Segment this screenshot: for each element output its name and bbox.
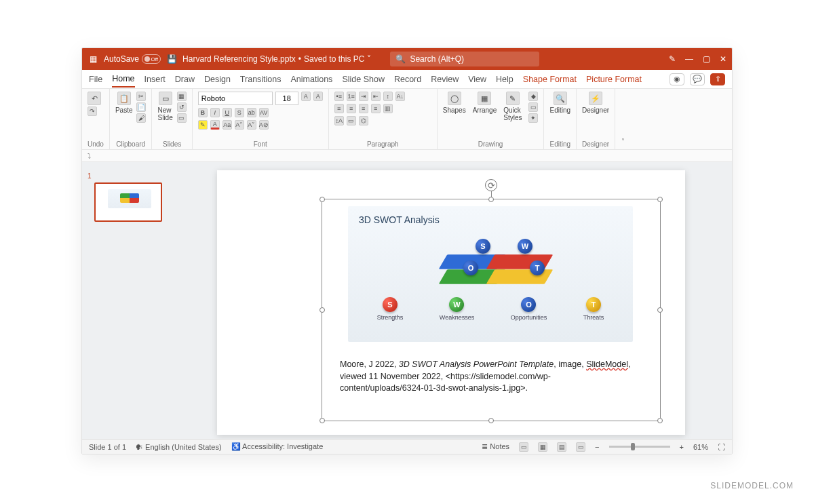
tab-home[interactable]: Home (112, 71, 134, 88)
ribbon-collapse-icon[interactable]: ˅ (615, 89, 630, 149)
zoom-level[interactable]: 61% (693, 443, 708, 451)
font-name-input[interactable] (198, 92, 273, 105)
italic-button[interactable]: I (210, 108, 220, 117)
copy-icon[interactable]: 📄 (136, 102, 146, 112)
undo-icon[interactable]: ↶ (88, 92, 101, 105)
line-spacing-icon[interactable]: ↕ (383, 92, 393, 101)
change-case-icon[interactable]: Aa (222, 120, 232, 130)
columns-icon[interactable]: ▥ (383, 104, 393, 113)
shapes-button[interactable]: ◯Shapes (443, 92, 466, 114)
grow-font-icon[interactable]: A (301, 92, 311, 101)
slideshow-view-icon[interactable]: ▭ (576, 442, 585, 452)
tab-insert[interactable]: Insert (144, 72, 166, 87)
resize-handle[interactable] (488, 418, 494, 423)
shape-fill-icon[interactable]: ◆ (528, 92, 538, 101)
shape-effects-icon[interactable]: ✦ (528, 113, 538, 123)
normal-view-icon[interactable]: ▭ (519, 442, 528, 452)
maximize-button[interactable]: ▢ (703, 54, 710, 64)
comments-icon[interactable]: 💬 (690, 73, 705, 85)
resize-handle[interactable] (319, 197, 325, 202)
camera-icon[interactable]: ◉ (670, 73, 684, 85)
resize-handle[interactable] (657, 307, 663, 313)
tab-transitions[interactable]: Transitions (240, 72, 282, 87)
spacing-button[interactable]: AV (259, 108, 269, 117)
editing-button[interactable]: 🔍Editing (549, 92, 570, 114)
shape-outline-icon[interactable]: ▭ (528, 102, 538, 112)
fit-to-window-icon[interactable]: ⛶ (718, 443, 725, 451)
close-button[interactable]: ✕ (720, 54, 726, 64)
section-icon[interactable]: ▭ (177, 113, 187, 123)
search-input[interactable]: 🔍 Search (Alt+Q) (390, 52, 539, 66)
autosave-toggle[interactable]: AutoSave Off (104, 54, 161, 64)
arrange-button[interactable]: ▦Arrange (473, 92, 497, 114)
tab-file[interactable]: File (89, 72, 102, 87)
resize-handle[interactable] (319, 307, 325, 313)
font-color-icon[interactable]: A (210, 120, 220, 130)
new-slide-button[interactable]: ▭New Slide (157, 92, 172, 121)
strike-button[interactable]: S (235, 108, 244, 117)
save-icon[interactable]: 💾 (166, 54, 177, 64)
paste-button[interactable]: 📋Paste (115, 92, 133, 114)
zoom-out-button[interactable]: − (595, 443, 599, 451)
grow-icon[interactable]: A˄ (235, 120, 244, 130)
share-button[interactable]: ⇧ (710, 73, 725, 85)
indent-icon[interactable]: ⇥ (359, 92, 368, 101)
ribbon-mode-icon[interactable]: ✎ (669, 54, 676, 64)
slide-thumbnail-1[interactable] (94, 182, 162, 222)
qat-overflow-icon[interactable]: ⤵ (88, 152, 91, 159)
minimize-button[interactable]: — (685, 54, 693, 64)
sort-icon[interactable]: A↓ (395, 92, 405, 101)
resize-handle[interactable] (657, 418, 663, 423)
reading-view-icon[interactable]: ▤ (557, 442, 566, 452)
tab-shape-format[interactable]: Shape Format (523, 72, 577, 87)
quick-styles-button[interactable]: ✎Quick Styles (503, 92, 522, 121)
rotate-handle[interactable]: ⟳ (485, 179, 497, 191)
numbering-icon[interactable]: 1≡ (347, 92, 356, 101)
align-text-icon[interactable]: ▭ (347, 116, 356, 125)
tab-slideshow[interactable]: Slide Show (342, 72, 385, 87)
format-painter-icon[interactable]: 🖌 (136, 113, 146, 123)
tab-animations[interactable]: Animations (291, 72, 333, 87)
smartart-icon[interactable]: ⌬ (359, 116, 368, 125)
resize-handle[interactable] (488, 197, 494, 202)
font-size-input[interactable] (275, 92, 298, 105)
inserted-picture[interactable]: 3D SWOT Analysis S W O T SStrengths WWea… (348, 206, 633, 342)
citation-text[interactable]: Moore, J 2022, 3D SWOT Analysis PowerPoi… (340, 359, 633, 395)
align-center-icon[interactable]: ≡ (347, 104, 356, 113)
tab-view[interactable]: View (468, 72, 486, 87)
zoom-in-button[interactable]: + (680, 443, 684, 451)
layout-icon[interactable]: ▦ (177, 92, 187, 101)
clear-format-icon[interactable]: A⊘ (259, 120, 269, 130)
tab-design[interactable]: Design (204, 72, 231, 87)
zoom-slider[interactable] (609, 446, 670, 448)
selection-box[interactable]: ⟳ 3D SWOT Analysis S W (322, 199, 661, 421)
underline-button[interactable]: U (222, 108, 232, 117)
bold-button[interactable]: B (198, 108, 208, 117)
designer-button[interactable]: ⚡Designer (582, 92, 609, 114)
chevron-down-icon[interactable]: ˅ (367, 54, 371, 64)
toggle-switch[interactable]: Off (142, 54, 161, 64)
tab-picture-format[interactable]: Picture Format (586, 72, 642, 87)
sorter-view-icon[interactable]: ▦ (538, 442, 547, 452)
shrink-font-icon[interactable]: A (313, 92, 323, 101)
resize-handle[interactable] (319, 418, 325, 423)
align-right-icon[interactable]: ≡ (359, 104, 368, 113)
reset-icon[interactable]: ↺ (177, 102, 187, 112)
justify-icon[interactable]: ≡ (371, 104, 381, 113)
outdent-icon[interactable]: ⇤ (371, 92, 381, 101)
tab-help[interactable]: Help (496, 72, 513, 87)
text-direction-icon[interactable]: ↕A (334, 116, 344, 125)
redo-icon[interactable]: ↷ (88, 106, 97, 116)
align-left-icon[interactable]: ≡ (334, 104, 344, 113)
tab-draw[interactable]: Draw (175, 72, 195, 87)
language-button[interactable]: 🗣 English (United States) (136, 443, 222, 451)
resize-handle[interactable] (657, 197, 663, 202)
slide-canvas[interactable]: ⟳ 3D SWOT Analysis S W (170, 162, 732, 439)
bullets-icon[interactable]: •≡ (334, 92, 344, 101)
tab-review[interactable]: Review (431, 72, 459, 87)
tab-record[interactable]: Record (394, 72, 421, 87)
accessibility-button[interactable]: ♿ Accessibility: Investigate (231, 442, 324, 451)
notes-button[interactable]: ≣ Notes (482, 442, 509, 451)
shadow-button[interactable]: ab (247, 108, 256, 117)
shrink-icon[interactable]: A˅ (247, 120, 256, 130)
